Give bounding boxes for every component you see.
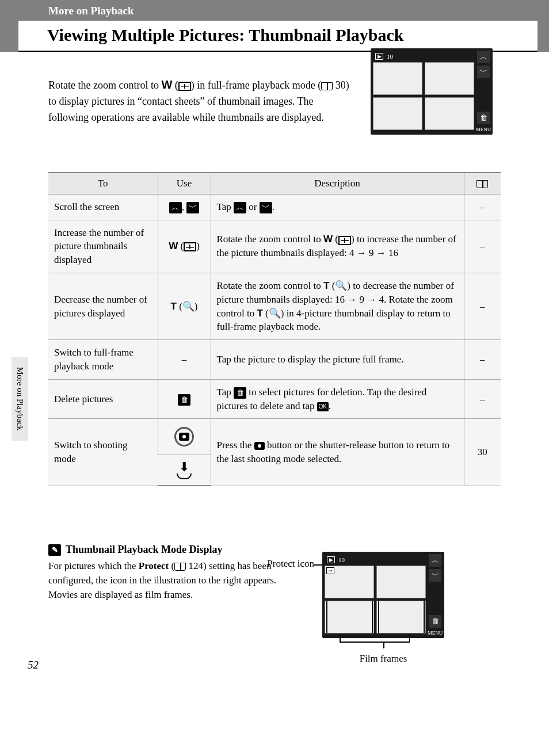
col-header-use: Use <box>158 173 211 194</box>
page-number: 52 <box>28 659 39 671</box>
thumbnail-film <box>376 601 426 633</box>
page-title: Viewing Multiple Pictures: Thumbnail Pla… <box>18 21 537 52</box>
playback-icon: ▶ <box>327 556 335 563</box>
menu-label: MENU <box>476 127 491 132</box>
magnify-icon: 🔍 <box>182 301 195 312</box>
trash-icon: 🗑 <box>234 387 246 399</box>
chevron-down-icon: ﹀ <box>186 202 199 213</box>
row-scroll: Scroll the screen ︿, ﹀ Tap ︿ or ﹀. – <box>48 194 501 220</box>
thumbnail-grid-icon <box>184 242 196 251</box>
pencil-icon: ✎ <box>48 544 61 556</box>
note-body: For pictures which the Protect ( 124) se… <box>48 559 279 602</box>
scroll-up-icon: ︿ <box>477 51 490 63</box>
row-delete: Delete pictures 🗑 Tap 🗑 to select pictur… <box>48 379 501 419</box>
counter: 10 <box>338 556 345 563</box>
magnify-icon: 🔍 <box>269 308 281 319</box>
scroll-up-icon: ︿ <box>429 554 441 567</box>
camera-icon <box>179 433 189 441</box>
menu-label: MENU <box>428 630 443 636</box>
thumbnail <box>373 62 422 95</box>
scroll-down-icon: ﹀ <box>429 569 441 582</box>
operations-table: To Use Description Scroll the screen ︿, … <box>48 172 501 487</box>
trash-icon: 🗑 <box>429 615 441 628</box>
col-header-to: To <box>48 173 158 194</box>
thumbnail <box>425 62 474 95</box>
scroll-down-icon: ﹀ <box>477 66 490 78</box>
book-reference-icon <box>174 563 186 571</box>
film-frames-label: Film frames <box>322 653 444 665</box>
thumbnail-film <box>325 601 374 633</box>
camera-icon <box>254 442 265 450</box>
col-header-reference <box>464 173 501 194</box>
counter: 10 <box>387 53 393 60</box>
thumbnail-grid-icon <box>178 82 191 91</box>
chevron-down-icon: ﹀ <box>260 202 272 213</box>
chevron-up-icon: ︿ <box>169 202 182 213</box>
intro-paragraph: Rotate the zoom control to W () in full-… <box>48 76 353 126</box>
thumbnail-screen-illustration: ▶ 10 ︿ ﹀ 🗑 MENU <box>371 48 493 135</box>
note-title: Thumbnail Playback Mode Display <box>66 544 223 556</box>
thumbnail-screen-illustration-2: ▶ 10 ⊸ <box>322 552 444 638</box>
trash-icon: 🗑 <box>477 112 490 124</box>
book-reference-icon <box>321 82 333 90</box>
thumbnail-grid-icon <box>338 236 351 245</box>
film-leader-line <box>340 642 410 643</box>
ok-icon: OK <box>317 402 329 411</box>
row-shooting: Switch to shooting mode Press the button… <box>48 419 501 455</box>
row-decrease: Decrease the number of pictures displaye… <box>48 273 501 339</box>
thumbnail <box>376 566 426 598</box>
thumbnail <box>425 97 474 130</box>
protect-key-icon: ⊸ <box>326 567 334 574</box>
row-increase: Increase the number of picture thumbnail… <box>48 220 501 273</box>
thumbnail: ⊸ <box>325 566 374 598</box>
camera-button-icon <box>174 427 194 446</box>
row-fullframe: Switch to full-frame playback mode – Tap… <box>48 340 501 380</box>
section-label: More on Playback <box>0 5 549 21</box>
chevron-up-icon: ︿ <box>234 202 246 213</box>
col-header-description: Description <box>211 173 464 194</box>
section-header: More on Playback Viewing Multiple Pictur… <box>0 0 549 52</box>
trash-icon: 🗑 <box>178 394 190 406</box>
protect-icon-label: Protect icon <box>267 558 314 570</box>
book-reference-icon <box>476 180 488 188</box>
playback-icon: ▶ <box>375 53 383 60</box>
thumbnail <box>373 97 422 130</box>
magnify-icon: 🔍 <box>335 280 347 291</box>
shutter-press-illustration: ⬇ <box>163 461 205 479</box>
